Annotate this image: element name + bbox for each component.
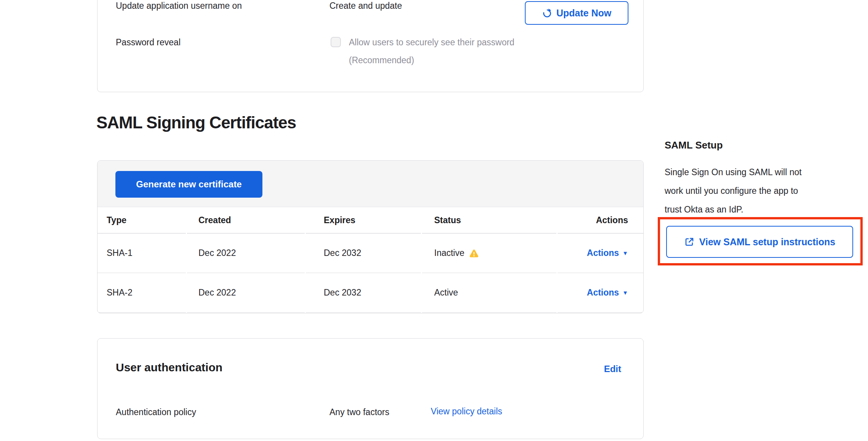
table-row: SHA-1 Dec 2022 Dec 2032 Inactive <box>98 233 643 273</box>
chevron-down-icon: ▼ <box>622 250 628 256</box>
password-reveal-checkbox[interactable] <box>331 37 341 47</box>
saml-setup-description: work until you configure the app to <box>665 182 863 200</box>
cert-type: SHA-1 <box>98 233 186 273</box>
saml-setup-description: trust Okta as an IdP. <box>665 200 863 219</box>
edit-link[interactable]: Edit <box>604 364 621 374</box>
view-policy-details-link[interactable]: View policy details <box>431 406 502 417</box>
cert-status-cell: Active <box>422 273 556 313</box>
refresh-icon <box>542 8 552 18</box>
cert-created: Dec 2022 <box>187 273 305 313</box>
column-header-expires: Expires <box>306 207 421 233</box>
column-header-created: Created <box>187 207 305 233</box>
authentication-policy-value: Any two factors <box>329 406 389 418</box>
update-now-label: Update Now <box>556 8 611 19</box>
column-header-type: Type <box>98 207 186 233</box>
user-authentication-card: User authentication Edit Authentication … <box>97 338 644 439</box>
password-reveal-checkbox-label: Allow users to securely see their passwo… <box>349 37 515 48</box>
generate-new-certificate-button[interactable]: Generate new certificate <box>115 171 262 198</box>
column-header-status: Status <box>422 207 556 233</box>
saml-setup-description: Single Sign On using SAML will not <box>665 163 863 182</box>
user-authentication-heading: User authentication <box>116 360 222 375</box>
actions-dropdown[interactable]: Actions ▼ <box>587 248 628 258</box>
cert-type: SHA-2 <box>98 273 186 313</box>
update-now-button[interactable]: Update Now <box>525 1 628 25</box>
saml-certificates-card: Generate new certificate Type Created Ex… <box>97 160 644 313</box>
view-saml-setup-instructions-button[interactable]: View SAML setup instructions <box>666 226 853 258</box>
actions-dropdown-label: Actions <box>587 248 619 258</box>
saml-signing-certificates-heading: SAML Signing Certificates <box>96 112 296 133</box>
authentication-policy-label: Authentication policy <box>116 406 196 418</box>
cert-created: Dec 2022 <box>187 233 305 273</box>
password-reveal-label: Password reveal <box>116 37 181 48</box>
status-badge: Inactive <box>434 248 464 258</box>
cert-expires: Dec 2032 <box>306 273 421 313</box>
actions-dropdown-label: Actions <box>587 288 619 298</box>
certificates-toolbar: Generate new certificate <box>98 161 643 207</box>
actions-dropdown[interactable]: Actions ▼ <box>587 288 628 298</box>
column-header-actions: Actions <box>558 207 643 233</box>
app-settings-page: Update application username on Create an… <box>0 0 868 441</box>
cert-expires: Dec 2032 <box>306 233 421 273</box>
cert-status-cell: Inactive <box>422 233 556 273</box>
warning-icon <box>469 249 479 259</box>
view-saml-label: View SAML setup instructions <box>699 236 835 248</box>
status-badge: Active <box>434 288 458 298</box>
password-reveal-checkbox-note: (Recommended) <box>349 54 414 66</box>
username-update-label: Update application username on <box>116 0 242 11</box>
external-link-icon <box>684 237 694 247</box>
sign-on-settings-card: Update application username on Create an… <box>97 0 644 92</box>
saml-setup-heading: SAML Setup <box>665 139 723 152</box>
username-update-value: Create and update <box>329 0 402 11</box>
table-row: SHA-2 Dec 2022 Dec 2032 Active Actions ▼ <box>98 273 643 313</box>
certificates-table: Type Created Expires Status Actions SHA-… <box>98 207 643 313</box>
table-header-row: Type Created Expires Status Actions <box>98 207 643 233</box>
chevron-down-icon: ▼ <box>622 289 628 296</box>
